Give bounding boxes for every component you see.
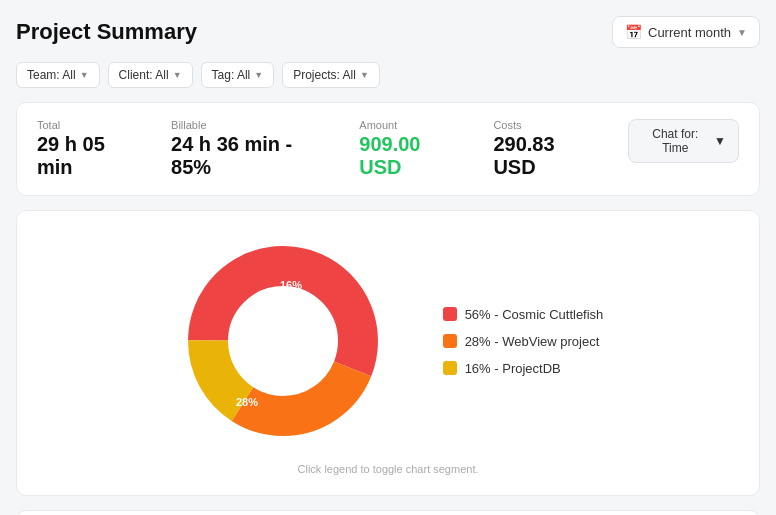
svg-text:56%: 56% xyxy=(310,337,332,349)
chat-for-label: Chat for: Time xyxy=(641,127,711,155)
team-filter-label: Team: All xyxy=(27,68,76,82)
date-filter-button[interactable]: 📅 Current month ▼ xyxy=(612,16,760,48)
svg-text:28%: 28% xyxy=(236,396,258,408)
date-filter-label: Current month xyxy=(648,25,731,40)
amount-label: Amount xyxy=(359,119,461,131)
team-filter-button[interactable]: Team: All ▼ xyxy=(16,62,100,88)
billable-stat: Billable 24 h 36 min - 85% xyxy=(171,119,327,179)
chevron-down-icon: ▼ xyxy=(714,134,726,148)
chart-card: 56% 28% 16% 56% - Cosmic Cuttlefish 28% … xyxy=(16,210,760,496)
total-label: Total xyxy=(37,119,139,131)
tag-filter-label: Tag: All xyxy=(212,68,251,82)
legend-label-webview: 28% - WebView project xyxy=(465,334,600,349)
calendar-icon: 📅 xyxy=(625,24,642,40)
table-toolbar: Group by: None ▼ Columns ▼ Export ▼ 🔍 xyxy=(17,511,759,515)
projects-filter-label: Projects: All xyxy=(293,68,356,82)
costs-label: Costs xyxy=(493,119,595,131)
legend-label-projectdb: 16% - ProjectDB xyxy=(465,361,561,376)
client-filter-label: Client: All xyxy=(119,68,169,82)
chevron-down-icon: ▼ xyxy=(360,70,369,80)
legend-label-cosmic: 56% - Cosmic Cuttlefish xyxy=(465,307,604,322)
billable-label: Billable xyxy=(171,119,327,131)
filter-bar: Team: All ▼ Client: All ▼ Tag: All ▼ Pro… xyxy=(16,62,760,88)
total-stat: Total 29 h 05 min xyxy=(37,119,139,179)
svg-text:16%: 16% xyxy=(280,279,302,291)
table-card: Group by: None ▼ Columns ▼ Export ▼ 🔍 ⇅ xyxy=(16,510,760,515)
chat-for-button[interactable]: Chat for: Time ▼ xyxy=(628,119,740,163)
tag-filter-button[interactable]: Tag: All ▼ xyxy=(201,62,275,88)
summary-card: Total 29 h 05 min Billable 24 h 36 min -… xyxy=(16,102,760,196)
billable-value: 24 h 36 min - 85% xyxy=(171,133,327,179)
chevron-down-icon: ▼ xyxy=(80,70,89,80)
costs-value: 290.83 USD xyxy=(493,133,595,179)
legend-dot-cosmic xyxy=(443,307,457,321)
chevron-down-icon: ▼ xyxy=(173,70,182,80)
amount-value: 909.00 USD xyxy=(359,133,461,179)
chevron-down-icon: ▼ xyxy=(254,70,263,80)
legend-item-projectdb[interactable]: 16% - ProjectDB xyxy=(443,361,604,376)
donut-chart: 56% 28% 16% xyxy=(173,231,393,451)
costs-stat: Costs 290.83 USD xyxy=(493,119,595,179)
client-filter-button[interactable]: Client: All ▼ xyxy=(108,62,193,88)
chevron-down-icon: ▼ xyxy=(737,27,747,38)
legend-dot-projectdb xyxy=(443,361,457,375)
chart-legend: 56% - Cosmic Cuttlefish 28% - WebView pr… xyxy=(443,307,604,376)
total-value: 29 h 05 min xyxy=(37,133,139,179)
amount-stat: Amount 909.00 USD xyxy=(359,119,461,179)
chart-caption: Click legend to toggle chart segment. xyxy=(37,463,739,475)
page-title: Project Summary xyxy=(16,19,197,45)
projects-filter-button[interactable]: Projects: All ▼ xyxy=(282,62,380,88)
legend-item-cosmic[interactable]: 56% - Cosmic Cuttlefish xyxy=(443,307,604,322)
legend-item-webview[interactable]: 28% - WebView project xyxy=(443,334,604,349)
legend-dot-webview xyxy=(443,334,457,348)
